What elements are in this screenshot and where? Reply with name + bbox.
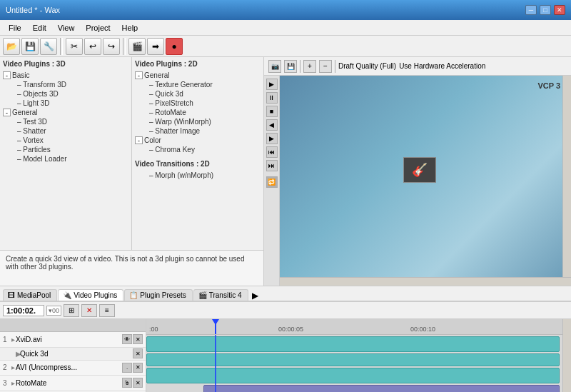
video-vscrollbar[interactable] xyxy=(562,76,571,277)
prev-frame-button[interactable]: ◀ xyxy=(266,119,278,131)
video-hscrollbar[interactable] xyxy=(280,277,571,286)
tab-transitions[interactable]: 🎬 Transitic 4 xyxy=(193,289,248,301)
tab-scroll-right[interactable]: ▶ xyxy=(249,291,261,301)
toolbar-record[interactable]: ● xyxy=(166,38,183,55)
toolbar-separator-1 xyxy=(60,38,63,55)
item-transform3d[interactable]: – Transform 3D xyxy=(11,80,128,89)
plugins-area: Video Plugins : 3D -Basic – Transform 3D… xyxy=(0,57,263,250)
item-texturegenerator[interactable]: – Texture Generator xyxy=(143,80,261,89)
toolbar-cut[interactable]: ✂ xyxy=(66,38,83,55)
video-thumbnail: 🎸 xyxy=(403,157,436,183)
toolbar-export[interactable]: ➡ xyxy=(147,38,164,55)
menu-view[interactable]: View xyxy=(52,22,81,34)
playhead-marker xyxy=(212,319,219,325)
clip-track3[interactable] xyxy=(203,385,560,392)
item-light3d[interactable]: – Light 3D xyxy=(11,99,128,108)
play-button[interactable]: ▶ xyxy=(266,79,278,90)
item-shatterimage[interactable]: – Shatter Image xyxy=(143,126,261,136)
toolbar-tools[interactable]: 🔧 xyxy=(40,38,57,55)
vcp-label: VCP 3 xyxy=(537,81,560,90)
ruler-mark-10: 00:00:10 xyxy=(410,326,435,333)
timeline-add[interactable]: ⊞ xyxy=(64,304,79,317)
tab-videoplugins[interactable]: 🔌 Video Plugins xyxy=(58,289,123,301)
item-pixelstretch[interactable]: – PixelStretch xyxy=(143,99,261,108)
group-general-3d[interactable]: -General xyxy=(3,108,128,117)
stop-button[interactable]: ■ xyxy=(266,106,278,117)
time-display[interactable]: 1:00:02. xyxy=(3,305,44,316)
video-display: ▶ ⏸ ■ ◀ ▶ ⏮ ⏭ 🔁 VCP 3 🎸 xyxy=(264,76,571,286)
track-3-icon[interactable]: 🖱 xyxy=(122,378,132,388)
color-children: – Chroma Key xyxy=(135,145,261,154)
item-objects3d[interactable]: – Objects 3D xyxy=(11,89,128,99)
item-particles[interactable]: – Particles xyxy=(11,145,128,154)
item-morph[interactable]: – Morph (w/nMorph) xyxy=(143,171,261,180)
plugins-3d-panel: Video Plugins : 3D -Basic – Transform 3D… xyxy=(0,57,132,250)
maximize-button[interactable]: □ xyxy=(540,5,551,15)
timeline-delete[interactable]: ✕ xyxy=(81,304,97,317)
snapshot-button[interactable]: 📷 xyxy=(268,60,281,73)
item-rotomate[interactable]: – RotoMate xyxy=(143,108,261,117)
tab-pluginpresets[interactable]: 📋 Plugin Presets xyxy=(124,289,192,301)
last-frame-button[interactable]: ⏭ xyxy=(266,160,278,171)
track-3-header: 3 ▸ RotoMate 🖱 ✕ xyxy=(0,376,146,391)
pause-button[interactable]: ⏸ xyxy=(266,92,278,104)
group-color[interactable]: -Color xyxy=(135,136,261,145)
track-3-close[interactable]: ✕ xyxy=(133,378,143,388)
transitions-2d-section: Video Transitions : 2D – Morph (w/nMorph… xyxy=(135,160,261,180)
first-frame-button[interactable]: ⏮ xyxy=(266,146,278,158)
next-frame-button[interactable]: ▶ xyxy=(266,133,278,144)
item-modelloader[interactable]: – Model Loader xyxy=(11,154,128,164)
track-1-header: 1 ▸ XviD.avi 👁 ✕ xyxy=(0,332,146,347)
track-1-close[interactable]: ✕ xyxy=(133,334,143,344)
timeline-more[interactable]: ≡ xyxy=(99,304,115,317)
zoom-in-button[interactable]: + xyxy=(303,60,316,73)
loop-button[interactable]: 🔁 xyxy=(266,176,278,188)
track-1-eye[interactable]: 👁 xyxy=(122,334,132,344)
group-general-2d[interactable]: -General xyxy=(135,71,261,80)
save-frame-button[interactable]: 💾 xyxy=(284,60,297,73)
video-preview: VCP 3 🎸 xyxy=(280,76,571,286)
menu-project[interactable]: Project xyxy=(80,22,116,34)
tab-transitions-icon: 🎬 xyxy=(198,291,207,299)
toolbar-render[interactable]: 🎬 xyxy=(128,38,146,55)
clip-track2[interactable] xyxy=(146,368,560,383)
item-warpwinmorph[interactable]: – Warp (WinMorph) xyxy=(143,117,261,126)
item-vortex[interactable]: – Vortex xyxy=(11,136,128,145)
clip-subtrack[interactable] xyxy=(146,353,560,366)
menu-edit[interactable]: Edit xyxy=(27,22,52,34)
subtrack-quick3d: ▶ Quick 3d ✕ xyxy=(0,348,146,361)
item-chromakey[interactable]: – Chroma Key xyxy=(143,145,261,154)
minimize-button[interactable]: ─ xyxy=(525,5,537,15)
track-2-close[interactable]: ✕ xyxy=(133,363,143,373)
toolbar-undo[interactable]: ↩ xyxy=(84,38,101,55)
ruler-mark-5: 00:00:05 xyxy=(278,326,303,333)
toolbar-redo[interactable]: ↪ xyxy=(103,38,120,55)
subtrack-close[interactable]: ✕ xyxy=(133,348,143,358)
tab-pluginpresets-label: Plugin Presets xyxy=(140,291,186,299)
timeline-vscrollbar[interactable] xyxy=(562,319,571,392)
title-bar: Untitled * - Wax ─ □ ✕ xyxy=(0,0,571,20)
description-area: Create a quick 3d view of a video. This … xyxy=(0,250,263,286)
group-basic[interactable]: -Basic xyxy=(3,71,128,80)
toolbar-open[interactable]: 📂 xyxy=(3,38,20,55)
zoom-out-button[interactable]: − xyxy=(319,60,332,73)
track-2-eye[interactable]: . xyxy=(122,363,132,373)
description-text: Create a quick 3d view of a video. This … xyxy=(6,255,244,271)
toolbar-save[interactable]: 💾 xyxy=(21,38,39,55)
menu-help[interactable]: Help xyxy=(116,22,144,34)
track-1-num: 1 xyxy=(3,336,11,343)
track-2-num: 2 xyxy=(3,363,11,371)
item-test3d[interactable]: – Test 3D xyxy=(11,117,128,126)
menu-file[interactable]: File xyxy=(3,22,27,34)
close-button[interactable]: ✕ xyxy=(554,5,565,15)
tab-mediapool[interactable]: 🎞 MediaPool xyxy=(3,289,57,301)
track-3-num: 3 xyxy=(3,379,11,387)
plugins-2d-panel: Video Plugins : 2D -General – Texture Ge… xyxy=(132,57,263,250)
item-quick3d[interactable]: – Quick 3d xyxy=(143,89,261,99)
item-shatter3d[interactable]: – Shatter xyxy=(11,126,128,136)
transitions-2d-header: Video Transitions : 2D xyxy=(135,160,261,168)
video-area: 📷 💾 + − Draft Quality (Full) Use Hardwar… xyxy=(264,57,571,286)
window-controls: ─ □ ✕ xyxy=(525,5,565,15)
plugins-3d-header: Video Plugins : 3D xyxy=(3,60,128,68)
clip-track1[interactable] xyxy=(146,336,560,352)
